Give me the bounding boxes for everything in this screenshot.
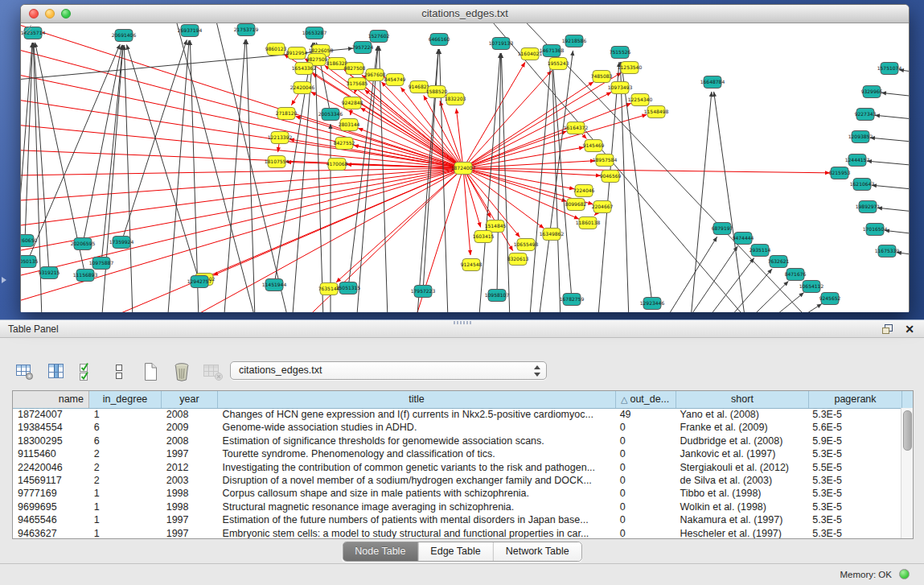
graph-node-15751074[interactable]: 15751074	[877, 63, 902, 75]
graph-node-18957584[interactable]: 18957584	[593, 154, 618, 167]
graph-node-17957223[interactable]: 17957223	[411, 286, 436, 298]
table-row[interactable]: 1872400712008Changes of HCN gene express…	[13, 408, 901, 421]
graph-node-7515526[interactable]: 7515526	[610, 47, 631, 59]
table-row[interactable]: 969969511998Structural magnetic resonanc…	[13, 501, 901, 513]
graph-node-6466160[interactable]: 6466160	[429, 34, 450, 46]
graph-node-8427552[interactable]: 8427552	[334, 138, 355, 150]
graph-node-16210643[interactable]: 16210643	[850, 179, 875, 191]
panel-collapse-arrow-icon[interactable]	[2, 277, 6, 283]
column-header-short[interactable]: short	[676, 391, 809, 408]
float-panel-icon[interactable]	[881, 323, 893, 335]
graph-node-7224046[interactable]: 7224046	[573, 185, 595, 197]
graph-node-12942757[interactable]: 12942757	[187, 276, 212, 288]
graph-node-11675339[interactable]: 11675339	[875, 245, 900, 257]
graph-node-26937194[interactable]: 26937194	[178, 25, 203, 37]
graph-node-16648784[interactable]: 16648784	[700, 76, 725, 89]
graph-node-11548498[interactable]: 11548498	[644, 106, 669, 118]
graph-node-10653287[interactable]: 10653287	[302, 27, 327, 39]
close-panel-icon[interactable]: ✕	[905, 323, 914, 336]
graph-node-10654112[interactable]: 10654112	[799, 281, 824, 293]
graph-node-11253540[interactable]: 11253540	[618, 62, 643, 74]
graph-node-20053346[interactable]: 20053346	[318, 109, 343, 121]
scrollbar-thumb[interactable]	[903, 410, 912, 451]
minimize-window-button[interactable]	[45, 9, 55, 19]
graph-node-17359924[interactable]: 17359924	[109, 237, 134, 249]
graph-node-11451944[interactable]: 11451944	[262, 279, 287, 291]
graph-node-8454749[interactable]: 8454749	[384, 74, 406, 86]
graph-node-16543362[interactable]: 16543362	[292, 63, 317, 75]
graph-node-12213392[interactable]: 12213392	[268, 132, 293, 144]
graph-node-4170068[interactable]: 4170068	[326, 159, 348, 171]
graph-node-9860123[interactable]: 9860123	[265, 43, 287, 56]
graph-node-10973493[interactable]: 10973493	[608, 82, 633, 94]
column-header-title[interactable]: title	[218, 391, 616, 408]
table-row[interactable]: 977716911998Corpus callosum shape and si…	[13, 487, 901, 500]
table-panel-header[interactable]: Table Panel ✕	[0, 319, 924, 338]
tab-node-table[interactable]: Node Table	[343, 542, 418, 561]
delete-table-icon[interactable]	[171, 361, 192, 382]
graph-node-16164372[interactable]: 16164372	[564, 122, 589, 134]
graph-node-9242848[interactable]: 9242848	[342, 97, 363, 109]
graph-node-18107554[interactable]: 18107554	[265, 156, 290, 168]
graph-node-14671368[interactable]: 14671368	[540, 45, 565, 57]
graph-node-17016504[interactable]: 17016504	[863, 224, 888, 236]
window-titlebar[interactable]: citations_edges.txt	[21, 5, 909, 23]
column-header-pagerank[interactable]: pagerank	[809, 391, 902, 408]
graph-node-20691406[interactable]: 20691406	[112, 30, 137, 42]
graph-node-2803144[interactable]: 2803144	[339, 119, 360, 131]
graph-node-9145469[interactable]: 9145469	[583, 140, 605, 152]
graph-node-2935114[interactable]: 2935114	[749, 245, 771, 257]
graph-node-10975887[interactable]: 10975887	[89, 257, 114, 270]
graph-node-12254340[interactable]: 12254340	[628, 94, 653, 106]
table-row[interactable]: 1938455462009Genome-wide association stu…	[13, 421, 901, 434]
graph-node-2204667[interactable]: 2204667	[592, 201, 614, 213]
graph-node-9050135[interactable]: 9050135	[21, 256, 39, 268]
graph-node-1603415[interactable]: 1603415	[473, 231, 495, 243]
graph-node-16782759[interactable]: 16782759	[560, 294, 585, 306]
table-row[interactable]: 911546021997Tourette syndrome. Phenomeno…	[13, 447, 901, 460]
column-header-year[interactable]: year	[162, 391, 218, 408]
resize-grip-icon[interactable]	[21, 23, 32, 35]
row-height-icon[interactable]	[109, 361, 129, 382]
graph-node-21753719[interactable]: 21753719	[234, 24, 259, 36]
graph-node-9227343[interactable]: 9227343	[855, 109, 877, 121]
tab-network-table[interactable]: Network Table	[494, 542, 581, 561]
network-view-window[interactable]: citations_edges.txt 18724007986012389129…	[20, 4, 910, 312]
graph-node-2718120[interactable]: 2718120	[276, 108, 298, 120]
table-row[interactable]: 946554611997Estimation of the future num…	[13, 513, 901, 526]
graph-node-20206595[interactable]: 20206595	[71, 238, 96, 250]
node-table[interactable]: namein_degreeyeartitle△out_de...shortpag…	[12, 390, 914, 539]
create-table-icon[interactable]	[140, 361, 161, 382]
table-row[interactable]: 946362711997Embryonic stem cells: a mode…	[13, 527, 901, 538]
graph-node-9319215[interactable]: 9319215	[39, 267, 60, 279]
graph-node-2967608[interactable]: 2967608	[364, 69, 386, 81]
graph-node-9245652[interactable]: 9245652	[819, 293, 841, 305]
tab-edge-table[interactable]: Edge Table	[418, 542, 493, 561]
table-row[interactable]: 1456911722003Disruption of a novel membe…	[13, 474, 901, 487]
graph-node-1955243[interactable]: 1955243	[548, 58, 569, 70]
graph-node-16349862[interactable]: 16349862	[540, 229, 565, 241]
graph-node-9046569[interactable]: 9046569	[600, 171, 622, 183]
vertical-scrollbar[interactable]	[901, 408, 913, 538]
graph-node-19892971[interactable]: 19892971	[856, 201, 881, 213]
graph-node-10958107[interactable]: 10958107	[485, 290, 510, 302]
graph-node-9124548[interactable]: 9124548	[461, 259, 483, 271]
graph-node-8471676[interactable]: 8471676	[785, 269, 807, 281]
graph-node-11860138[interactable]: 11860138	[576, 217, 601, 229]
graph-node-18724007[interactable]: 18724007	[451, 163, 476, 175]
table-options-icon[interactable]	[14, 361, 35, 382]
graph-node-7632621[interactable]: 7632621	[768, 256, 790, 268]
column-header-in_degree[interactable]: in_degree	[89, 391, 162, 408]
zoom-window-button[interactable]	[61, 9, 71, 19]
graph-node-9329966[interactable]: 9329966	[861, 86, 883, 98]
graph-node-19218586[interactable]: 19218586	[562, 35, 587, 47]
graph-node-12093852[interactable]: 12093852	[848, 131, 873, 143]
column-header-out_de[interactable]: △out_de...	[616, 391, 676, 408]
graph-node-9474444[interactable]: 9474444	[733, 233, 754, 245]
close-window-button[interactable]	[29, 9, 39, 19]
graph-node-12444157[interactable]: 12444157	[845, 154, 870, 167]
panel-drag-grip[interactable]	[454, 321, 471, 324]
table-row[interactable]: 1830029562008Estimation of significance …	[13, 435, 901, 447]
graph-node-22420046[interactable]: 22420046	[290, 82, 315, 94]
graph-node-8099682[interactable]: 8099682	[565, 199, 587, 211]
